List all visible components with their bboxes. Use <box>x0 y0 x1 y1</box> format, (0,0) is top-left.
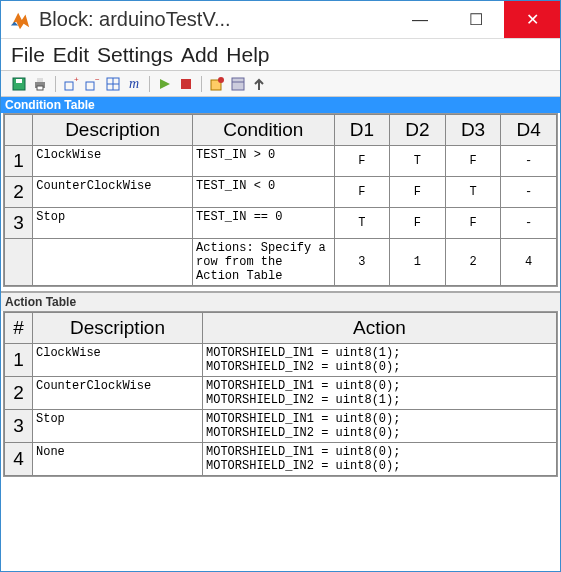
cell-condition[interactable]: TEST_IN == 0 <box>193 208 335 239</box>
font-icon[interactable]: m <box>126 76 142 92</box>
menu-add[interactable]: Add <box>179 43 220 67</box>
col-d4[interactable]: D4 <box>501 115 557 146</box>
cell-description[interactable]: CounterClockWise <box>33 177 193 208</box>
svg-rect-12 <box>181 79 191 89</box>
row-number[interactable]: 3 <box>5 208 33 239</box>
cell-d1[interactable]: F <box>334 146 390 177</box>
svg-point-14 <box>218 77 224 83</box>
cell-d2[interactable]: T <box>390 146 446 177</box>
minimize-button[interactable]: — <box>392 1 448 38</box>
svg-text:+: + <box>74 76 79 84</box>
cell-d1[interactable]: T <box>334 208 390 239</box>
svg-rect-4 <box>37 86 43 90</box>
action-line: MOTORSHIELD_IN2 = uint8(0); <box>206 426 400 440</box>
cell-d4[interactable]: - <box>501 146 557 177</box>
add-row-icon[interactable]: + <box>63 76 79 92</box>
action-line: MOTORSHIELD_IN1 = uint8(0); <box>206 412 400 426</box>
corner-cell <box>5 115 33 146</box>
close-button[interactable]: ✕ <box>504 1 560 38</box>
row-number[interactable]: 4 <box>5 443 33 476</box>
action-line: MOTORSHIELD_IN1 = uint8(0); <box>206 379 400 393</box>
col-d2[interactable]: D2 <box>390 115 446 146</box>
diagnostics-icon[interactable] <box>209 76 225 92</box>
table-row: 2 CounterClockWise TEST_IN < 0 F F T - <box>5 177 557 208</box>
cell-d2[interactable]: 1 <box>390 239 446 286</box>
col-action[interactable]: Action <box>203 313 557 344</box>
svg-rect-7 <box>86 82 94 90</box>
grid-icon[interactable] <box>105 76 121 92</box>
svg-rect-1 <box>16 79 22 83</box>
row-number[interactable]: 2 <box>5 377 33 410</box>
cell-condition[interactable]: TEST_IN < 0 <box>193 177 335 208</box>
cell-d2[interactable]: F <box>390 208 446 239</box>
save-icon[interactable] <box>11 76 27 92</box>
menu-edit[interactable]: Edit <box>51 43 91 67</box>
table-row-actions: Actions: Specify a row from the Action T… <box>5 239 557 286</box>
cell-action[interactable]: MOTORSHIELD_IN1 = uint8(0);MOTORSHIELD_I… <box>203 443 557 476</box>
action-table: # Description Action 1 ClockWise MOTORSH… <box>4 312 557 476</box>
cell-d3[interactable]: T <box>445 177 501 208</box>
cell-d3[interactable]: 2 <box>445 239 501 286</box>
col-d1[interactable]: D1 <box>334 115 390 146</box>
cell-d1[interactable]: F <box>334 177 390 208</box>
svg-rect-3 <box>37 78 43 82</box>
svg-text:−: − <box>95 76 100 84</box>
action-line: MOTORSHIELD_IN2 = uint8(0); <box>206 360 400 374</box>
debug-stop-icon[interactable] <box>178 76 194 92</box>
cell-d3[interactable]: F <box>445 208 501 239</box>
cell-action[interactable]: MOTORSHIELD_IN1 = uint8(1);MOTORSHIELD_I… <box>203 344 557 377</box>
menu-settings[interactable]: Settings <box>95 43 175 67</box>
toolbar-separator <box>201 76 202 92</box>
table-row: 3 Stop TEST_IN == 0 T F F - <box>5 208 557 239</box>
action-line: MOTORSHIELD_IN2 = uint8(1); <box>206 393 400 407</box>
menu-file[interactable]: File <box>9 43 47 67</box>
col-condition[interactable]: Condition <box>193 115 335 146</box>
condition-table-header: Condition Table <box>1 97 560 113</box>
col-hash[interactable]: # <box>5 313 33 344</box>
table-row: 2 CounterClockWise MOTORSHIELD_IN1 = uin… <box>5 377 557 410</box>
window-title: Block: arduinoTestV... <box>39 8 392 31</box>
titlebar: Block: arduinoTestV... — ☐ ✕ <box>1 1 560 39</box>
goto-icon[interactable] <box>251 76 267 92</box>
cell-action[interactable]: MOTORSHIELD_IN1 = uint8(0);MOTORSHIELD_I… <box>203 377 557 410</box>
action-line: MOTORSHIELD_IN1 = uint8(1); <box>206 346 400 360</box>
cell-actions-label[interactable]: Actions: Specify a row from the Action T… <box>193 239 335 286</box>
svg-rect-15 <box>232 78 244 90</box>
toolbar: + − m <box>1 71 560 97</box>
delete-row-icon[interactable]: − <box>84 76 100 92</box>
col-description[interactable]: Description <box>33 115 193 146</box>
table-row: 4 None MOTORSHIELD_IN1 = uint8(0);MOTORS… <box>5 443 557 476</box>
condition-table: Description Condition D1 D2 D3 D4 1 Cloc… <box>4 114 557 286</box>
row-number[interactable]: 1 <box>5 146 33 177</box>
cell-condition[interactable]: TEST_IN > 0 <box>193 146 335 177</box>
row-number[interactable]: 2 <box>5 177 33 208</box>
cell-d1[interactable]: 3 <box>334 239 390 286</box>
cell-description[interactable]: None <box>33 443 203 476</box>
menu-help[interactable]: Help <box>224 43 271 67</box>
cell-description[interactable]: CounterClockWise <box>33 377 203 410</box>
properties-icon[interactable] <box>230 76 246 92</box>
cell-d4[interactable]: - <box>501 208 557 239</box>
row-number[interactable] <box>5 239 33 286</box>
toolbar-separator <box>55 76 56 92</box>
col-d3[interactable]: D3 <box>445 115 501 146</box>
debug-step-icon[interactable] <box>157 76 173 92</box>
cell-d3[interactable]: F <box>445 146 501 177</box>
cell-d4[interactable]: 4 <box>501 239 557 286</box>
cell-d4[interactable]: - <box>501 177 557 208</box>
print-icon[interactable] <box>32 76 48 92</box>
cell-action[interactable]: MOTORSHIELD_IN1 = uint8(0);MOTORSHIELD_I… <box>203 410 557 443</box>
svg-rect-5 <box>65 82 73 90</box>
row-number[interactable]: 1 <box>5 344 33 377</box>
col-description[interactable]: Description <box>33 313 203 344</box>
cell-description[interactable]: ClockWise <box>33 344 203 377</box>
menubar: File Edit Settings Add Help <box>1 39 560 71</box>
maximize-button[interactable]: ☐ <box>448 1 504 38</box>
cell-description[interactable]: ClockWise <box>33 146 193 177</box>
cell-description[interactable]: Stop <box>33 208 193 239</box>
action-line: MOTORSHIELD_IN1 = uint8(0); <box>206 445 400 459</box>
cell-description[interactable]: Stop <box>33 410 203 443</box>
cell-description[interactable] <box>33 239 193 286</box>
row-number[interactable]: 3 <box>5 410 33 443</box>
cell-d2[interactable]: F <box>390 177 446 208</box>
